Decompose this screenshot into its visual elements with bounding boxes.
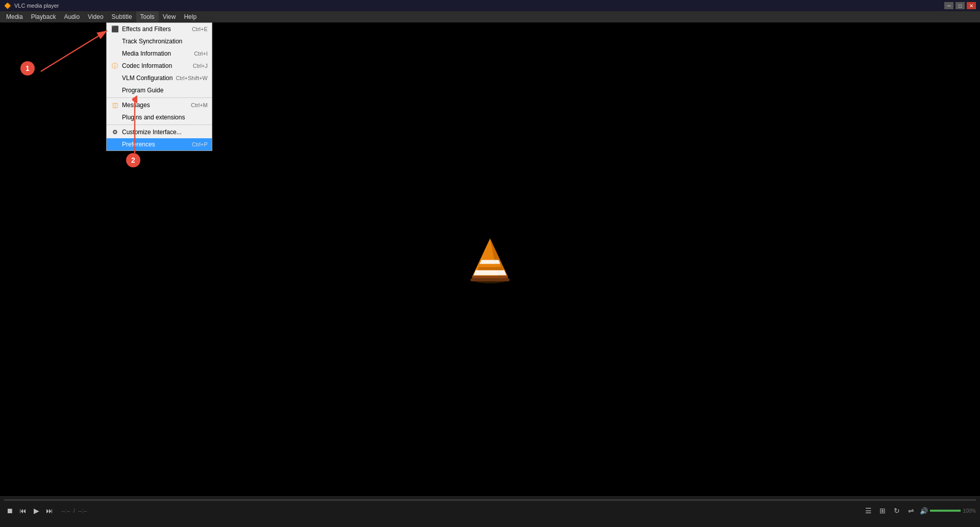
track-sync-icon	[111, 37, 119, 45]
effects-shortcut: Ctrl+E	[192, 26, 208, 32]
player-controls: ⏹ ⏮ ▶ ⏭ --:-- / --:-- ☰ ⊞ ↻ ⇌ 🔊 100%	[0, 503, 980, 518]
svg-marker-4	[480, 260, 500, 264]
svg-marker-6	[479, 264, 501, 267]
svg-marker-5	[474, 270, 506, 275]
separator-2	[107, 124, 212, 125]
title-bar: 🔶 VLC media player ─ □ ✕	[0, 0, 980, 11]
vlm-shortcut: Ctrl+Shift+W	[176, 75, 207, 81]
close-button[interactable]: ✕	[967, 2, 976, 9]
media-info-icon	[111, 49, 119, 58]
window-title: VLC media player	[14, 3, 59, 9]
messages-label: Messages	[122, 102, 150, 109]
preferences-icon	[111, 140, 119, 148]
maximize-button[interactable]: □	[955, 2, 965, 9]
loop-button[interactable]: ↻	[891, 505, 902, 516]
effects-icon: ⬛	[111, 25, 119, 33]
menu-item-video[interactable]: Video	[84, 11, 107, 22]
svg-marker-3	[480, 238, 500, 261]
menu-media-information[interactable]: Media Information Ctrl+I	[107, 47, 212, 60]
minimize-button[interactable]: ─	[944, 2, 953, 9]
menu-bar: Media Playback Audio Video Subtitle Tool…	[0, 11, 980, 22]
program-guide-label: Program Guide	[122, 87, 163, 94]
menu-item-subtitle[interactable]: Subtitle	[108, 11, 136, 22]
volume-slider[interactable]	[930, 510, 961, 512]
volume-fill	[930, 510, 961, 512]
menu-preferences[interactable]: Preferences Ctrl+P	[107, 138, 212, 150]
menu-vlm-configuration[interactable]: VLM Configuration Ctrl+Shift+W	[107, 72, 212, 84]
svg-marker-7	[478, 267, 502, 270]
time-display: --:-- / --:--	[61, 508, 87, 514]
volume-icon: 🔊	[920, 507, 928, 515]
codec-shortcut: Ctrl+J	[193, 63, 208, 69]
prev-button[interactable]: ⏮	[17, 505, 29, 516]
media-info-label: Media Information	[122, 50, 171, 57]
customize-label: Customize Interface...	[122, 129, 182, 136]
shuffle-button[interactable]: ⇌	[905, 505, 917, 516]
customize-icon: ⚙	[111, 128, 119, 136]
program-guide-icon	[111, 86, 119, 94]
time-total: --:--	[78, 508, 87, 514]
plugins-label: Plugins and extensions	[122, 114, 185, 121]
menu-item-help[interactable]: Help	[180, 11, 201, 22]
menu-effects-and-filters[interactable]: ⬛ Effects and Filters Ctrl+E	[107, 23, 212, 35]
menu-item-audio[interactable]: Audio	[60, 11, 84, 22]
menu-messages[interactable]: ◫ Messages Ctrl+M	[107, 99, 212, 111]
menu-item-tools[interactable]: Tools	[136, 11, 159, 22]
svg-rect-9	[471, 278, 509, 281]
separator-1	[107, 97, 212, 98]
messages-shortcut: Ctrl+M	[191, 102, 208, 108]
preferences-shortcut: Ctrl+P	[192, 141, 208, 147]
preferences-label: Preferences	[122, 141, 155, 148]
vlm-icon	[111, 74, 119, 82]
progress-bar[interactable]	[4, 499, 976, 501]
menu-track-synchronization[interactable]: Track Synchronization	[107, 35, 212, 47]
media-info-shortcut: Ctrl+I	[194, 51, 208, 57]
time-current: --:--	[61, 508, 70, 514]
codec-icon: ⓘ	[111, 62, 119, 70]
title-bar-controls: ─ □ ✕	[944, 2, 976, 9]
menu-codec-information[interactable]: ⓘ Codec Information Ctrl+J	[107, 60, 212, 72]
codec-label: Codec Information	[122, 62, 172, 69]
menu-item-view[interactable]: View	[159, 11, 180, 22]
plugins-icon	[111, 113, 119, 121]
menu-item-playback[interactable]: Playback	[27, 11, 60, 22]
vlm-label: VLM Configuration	[122, 74, 173, 82]
vlc-cone-svg	[464, 233, 516, 284]
track-sync-label: Track Synchronization	[122, 38, 182, 45]
vlc-cone	[464, 233, 516, 286]
playlist-button[interactable]: ☰	[863, 505, 874, 516]
extended-settings-button[interactable]: ⊞	[877, 505, 888, 516]
menu-customize-interface[interactable]: ⚙ Customize Interface...	[107, 126, 212, 138]
play-button[interactable]: ▶	[31, 505, 42, 516]
player-bar: ⏹ ⏮ ▶ ⏭ --:-- / --:-- ☰ ⊞ ↻ ⇌ 🔊 100%	[0, 496, 980, 527]
tools-dropdown-menu: ⬛ Effects and Filters Ctrl+E Track Synch…	[106, 22, 212, 151]
effects-label: Effects and Filters	[122, 26, 171, 33]
app-icon: 🔶	[4, 3, 11, 9]
menu-program-guide[interactable]: Program Guide	[107, 84, 212, 96]
menu-plugins-extensions[interactable]: Plugins and extensions	[107, 111, 212, 123]
title-bar-left: 🔶 VLC media player	[4, 3, 59, 9]
next-button[interactable]: ⏭	[44, 505, 55, 516]
stop-button[interactable]: ⏹	[4, 505, 15, 516]
menu-item-media[interactable]: Media	[2, 11, 27, 22]
messages-icon: ◫	[111, 101, 119, 109]
volume-percent: 100%	[963, 508, 976, 514]
